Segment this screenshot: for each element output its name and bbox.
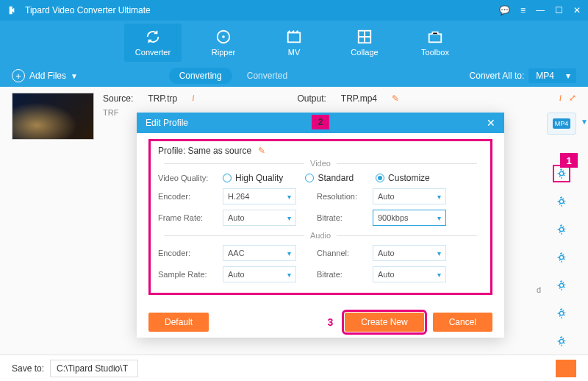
video-encoder-label: Encoder:: [158, 192, 217, 201]
output-format-pill[interactable]: MP4: [547, 113, 576, 135]
dialog-title: Edit Profile: [146, 118, 188, 128]
framerate-select[interactable]: Auto: [223, 210, 296, 226]
radio-standard[interactable]: Standard: [305, 173, 354, 183]
ripper-icon: [215, 29, 232, 45]
channel-select[interactable]: Auto: [373, 245, 446, 261]
tab-converter[interactable]: Converter: [124, 24, 182, 62]
edit-output-icon[interactable]: ✎: [392, 93, 399, 104]
source-value: TRP.trp: [148, 93, 177, 104]
settings-gear-column: [556, 168, 567, 347]
expand-icon[interactable]: ⤢: [569, 93, 576, 104]
framerate-label: Frame Rate:: [158, 213, 217, 222]
svg-point-1: [222, 35, 225, 38]
settings-highlight-box: Profile: Same as source ✎ Video Video Qu…: [148, 139, 492, 295]
gear-icon-1[interactable]: [556, 168, 567, 179]
format-badge: MP4: [553, 118, 571, 129]
titlebar: Tipard Video Converter Ultimate 💬 ≡ — ☐ …: [0, 0, 588, 21]
gear-icon-4[interactable]: [556, 252, 567, 263]
callout-3: 3: [327, 316, 333, 328]
samplerate-select[interactable]: Auto: [223, 266, 296, 282]
resolution-select[interactable]: Auto: [373, 188, 446, 204]
tab-converting[interactable]: Converting: [169, 68, 232, 84]
callout-2: 2: [312, 115, 329, 129]
collage-icon: [356, 29, 373, 45]
create-new-button[interactable]: Create New: [345, 313, 423, 332]
resolution-label: Resolution:: [317, 192, 367, 201]
main-toolbar: Converter Ripper MV Collage Toolbox: [0, 21, 588, 65]
radio-high-quality[interactable]: High Quality: [223, 173, 283, 183]
minimize-button[interactable]: —: [536, 5, 545, 15]
tab-ripper[interactable]: Ripper: [195, 24, 252, 62]
gear-icon-7[interactable]: [556, 335, 567, 347]
app-logo-icon: [7, 4, 19, 16]
save-to-label: Save to:: [12, 363, 44, 374]
edit-profile-name-icon[interactable]: ✎: [258, 146, 265, 156]
gear-icon-6[interactable]: [556, 307, 567, 319]
profile-label: Profile:: [158, 146, 185, 156]
info-icon-2[interactable]: i: [559, 93, 562, 104]
chevron-down-icon: ▼: [71, 72, 78, 80]
converter-icon: [145, 29, 161, 45]
format-caret-icon[interactable]: ▼: [581, 118, 588, 126]
gear-icon-3[interactable]: [556, 224, 567, 235]
bg-d-suffix: d: [537, 285, 541, 294]
audio-encoder-select[interactable]: AAC: [223, 245, 296, 261]
output-value: TRP.mp4: [341, 93, 377, 104]
radio-customize[interactable]: Customize: [376, 173, 430, 183]
info-icon[interactable]: i: [192, 93, 194, 104]
convert-all-label: Convert All to:: [470, 71, 525, 81]
maximize-button[interactable]: ☐: [555, 5, 563, 15]
source-label: Source:: [103, 93, 133, 104]
video-encoder-select[interactable]: H.264: [223, 188, 296, 204]
tab-collage[interactable]: Collage: [336, 24, 393, 62]
gear-icon-5[interactable]: [556, 279, 567, 291]
video-bitrate-label: Bitrate:: [317, 213, 367, 222]
edit-profile-dialog: Edit Profile 2 ✕ Profile: Same as source…: [137, 113, 504, 338]
video-section-header: Video: [158, 159, 483, 168]
add-files-button[interactable]: + Add Files ▼: [12, 69, 78, 82]
tab-toolbox[interactable]: Toolbox: [406, 24, 464, 62]
audio-bitrate-select[interactable]: Auto: [373, 266, 446, 282]
app-title: Tipard Video Converter Ultimate: [25, 5, 499, 15]
tab-mv[interactable]: MV: [265, 24, 323, 62]
samplerate-label: Sample Rate:: [158, 270, 217, 279]
output-label: Output:: [298, 93, 326, 104]
save-path-field[interactable]: C:\Tipard Studio\T: [50, 360, 138, 377]
toolbox-icon: [427, 29, 443, 45]
audio-encoder-label: Encoder:: [158, 249, 217, 257]
tab-converted[interactable]: Converted: [247, 71, 287, 81]
subbar: + Add Files ▼ Converting Converted Conve…: [0, 65, 588, 87]
cancel-button[interactable]: Cancel: [433, 313, 492, 332]
plus-icon: +: [12, 69, 25, 82]
convert-all-format-select[interactable]: MP4: [528, 68, 576, 83]
callout-1: 1: [560, 153, 578, 168]
video-thumbnail[interactable]: [12, 93, 94, 140]
channel-label: Channel:: [317, 249, 367, 257]
audio-section-header: Audio: [158, 231, 483, 240]
video-bitrate-input[interactable]: 900kbps: [373, 210, 446, 226]
profile-value: Same as source: [187, 146, 251, 156]
menu-icon[interactable]: ≡: [520, 5, 526, 15]
gear-icon-2[interactable]: [556, 196, 567, 207]
audio-bitrate-label: Bitrate:: [317, 270, 367, 279]
video-quality-label: Video Quality:: [158, 174, 217, 182]
svg-rect-2: [288, 33, 301, 43]
default-button[interactable]: Default: [148, 313, 209, 332]
dialog-close-button[interactable]: ✕: [487, 117, 495, 129]
close-window-button[interactable]: ✕: [573, 5, 581, 15]
convert-button-edge[interactable]: [556, 360, 576, 377]
mv-icon: [286, 29, 302, 45]
feedback-icon[interactable]: 💬: [499, 5, 510, 15]
dialog-titlebar: Edit Profile 2 ✕: [137, 113, 504, 133]
bottom-bar: Save to: C:\Tipard Studio\T: [0, 355, 588, 381]
svg-rect-4: [429, 34, 442, 42]
